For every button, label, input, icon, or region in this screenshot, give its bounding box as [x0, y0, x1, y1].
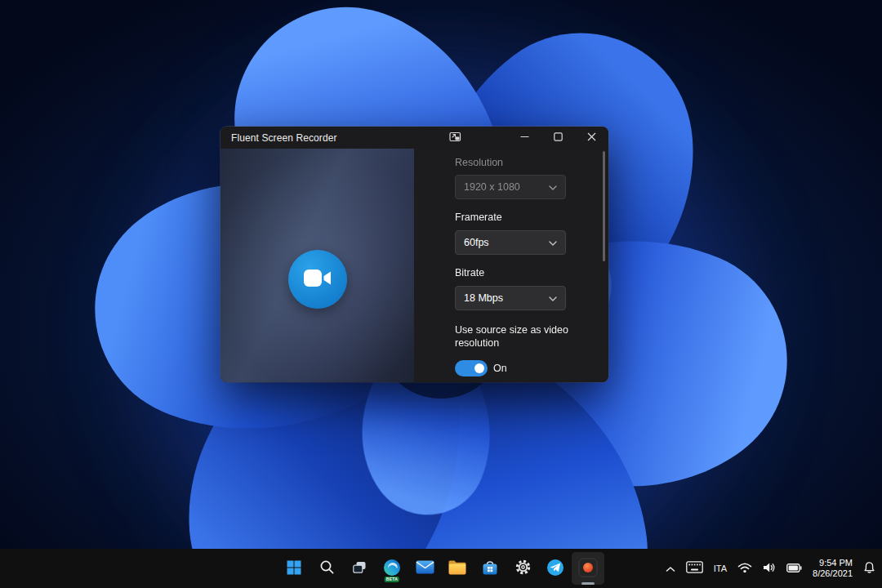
language-indicator[interactable]: ITA	[712, 564, 728, 573]
framerate-value: 60fps	[464, 237, 489, 248]
telegram-button[interactable]	[539, 552, 572, 585]
bitrate-value: 18 Mbps	[464, 292, 503, 304]
windows-logo-icon	[287, 560, 301, 577]
tray-time: 9:54 PM	[819, 558, 853, 569]
gear-icon	[514, 559, 532, 578]
volume-button[interactable]	[761, 560, 777, 577]
chevron-down-icon	[549, 237, 557, 248]
preview-pane	[220, 149, 414, 382]
search-icon	[319, 559, 335, 577]
maximize-icon	[554, 131, 563, 144]
notifications-button[interactable]	[862, 559, 877, 578]
taskbar: BETA	[0, 549, 882, 588]
microsoft-store-icon	[481, 559, 499, 579]
minimize-button[interactable]	[508, 127, 541, 149]
battery-button[interactable]	[785, 561, 804, 577]
edge-beta-button[interactable]: BETA	[376, 552, 408, 585]
close-icon	[587, 131, 596, 144]
compact-overlay-icon	[449, 131, 461, 145]
wifi-icon	[737, 562, 752, 576]
taskbar-center: BETA	[278, 552, 604, 585]
screen-recorder-app-icon	[578, 558, 598, 580]
microsoft-store-button[interactable]	[474, 552, 506, 585]
video-camera-icon	[303, 267, 332, 292]
settings-scrollbar[interactable]	[603, 151, 605, 261]
window-content: Resolution 1920 x 1080 Framerate 60fps B…	[220, 149, 608, 382]
telegram-icon	[546, 558, 565, 580]
settings-app-button[interactable]	[506, 552, 539, 585]
system-tray: ITA	[664, 549, 877, 588]
source-size-toggle-row: On	[455, 360, 507, 376]
resolution-dropdown[interactable]: 1920 x 1080	[455, 175, 566, 199]
fluent-screen-recorder-window: Fluent Screen Recorder	[220, 127, 608, 382]
mail-icon	[416, 560, 434, 577]
bell-icon	[863, 561, 875, 577]
settings-pane: Resolution 1920 x 1080 Framerate 60fps B…	[414, 149, 608, 382]
minimize-icon	[520, 131, 529, 144]
bitrate-dropdown[interactable]: 18 Mbps	[455, 286, 566, 310]
compact-overlay-button[interactable]	[439, 127, 472, 149]
task-view-icon	[351, 559, 368, 578]
framerate-label: Framerate	[455, 212, 502, 223]
search-button[interactable]	[310, 552, 343, 585]
resolution-label: Resolution	[455, 157, 503, 168]
caption-buttons	[439, 127, 608, 149]
chevron-down-icon	[549, 292, 557, 304]
bitrate-label: Bitrate	[455, 267, 484, 278]
maximize-button[interactable]	[541, 127, 575, 149]
record-button[interactable]	[288, 250, 347, 309]
keyboard-icon	[686, 561, 703, 576]
file-explorer-button[interactable]	[441, 552, 474, 585]
battery-icon	[786, 563, 802, 575]
tray-date: 8/26/2021	[813, 568, 853, 580]
toggle-knob	[474, 363, 484, 373]
window-title: Fluent Screen Recorder	[231, 132, 337, 144]
wifi-button[interactable]	[736, 560, 754, 577]
resolution-value: 1920 x 1080	[464, 181, 520, 193]
chevron-up-icon	[666, 563, 675, 575]
file-explorer-icon	[448, 559, 467, 578]
fluent-screen-recorder-taskbar-button[interactable]	[572, 552, 604, 585]
close-button[interactable]	[575, 127, 608, 149]
source-size-toggle[interactable]	[455, 360, 488, 376]
framerate-dropdown[interactable]: 60fps	[455, 230, 566, 255]
speaker-icon	[763, 562, 776, 576]
titlebar[interactable]: Fluent Screen Recorder	[220, 127, 608, 149]
chevron-down-icon	[549, 181, 557, 193]
mail-button[interactable]	[408, 552, 441, 585]
task-view-button[interactable]	[343, 552, 376, 585]
start-button[interactable]	[278, 552, 310, 585]
touch-keyboard-button[interactable]	[684, 559, 705, 577]
source-size-label: Use source size as video resolution	[455, 323, 587, 350]
edge-beta-badge: BETA	[385, 577, 399, 582]
clock[interactable]: 9:54 PM 8/26/2021	[811, 558, 854, 580]
toggle-state-label: On	[493, 363, 507, 374]
tray-overflow-button[interactable]	[664, 561, 677, 577]
